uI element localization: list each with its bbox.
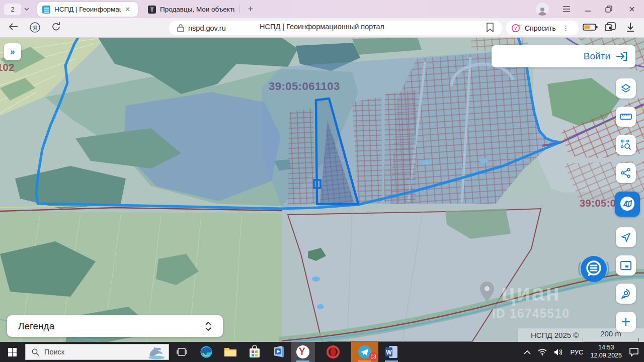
object-card-icon	[618, 195, 637, 214]
map-attribution: НСПД 2025 ©	[531, 331, 579, 339]
legend-toggle-icon[interactable]	[205, 321, 212, 331]
area-search-icon	[620, 139, 631, 150]
url-text: nspd.gov.ru	[188, 24, 226, 32]
profile-avatar[interactable]	[534, 2, 550, 16]
word-icon: W	[385, 345, 398, 358]
legend-panel[interactable]: Легенда	[7, 315, 223, 337]
folder-icon	[224, 346, 237, 357]
cadastral-quarter-label-partial: 39:05:0	[580, 198, 616, 209]
tray-clock[interactable]: 14:53 12.09.2025	[590, 344, 622, 359]
layers-icon	[620, 83, 631, 94]
tab-separator	[239, 5, 240, 13]
area-search-button[interactable]	[616, 135, 636, 155]
window-minimize-button[interactable]	[580, 2, 596, 16]
search-icon	[32, 348, 39, 356]
tab-counter[interactable]: 2	[4, 4, 21, 15]
battery-icon[interactable]	[583, 23, 598, 33]
page-title: НСПД | Геоинформационный портал	[221, 23, 423, 31]
login-label: Войти	[584, 51, 610, 62]
opera-icon	[327, 345, 340, 358]
plus-icon	[621, 317, 631, 327]
tab-sellers[interactable]: Т Продавцы, Мои объекты	[143, 2, 239, 17]
svg-text:Я: Я	[33, 25, 37, 31]
browser-menu-icon[interactable]	[558, 2, 575, 16]
tray-time: 14:53	[598, 344, 614, 351]
windows-logo-icon	[8, 348, 17, 356]
tray-date: 12.09.2025	[590, 352, 622, 359]
geolocation-icon	[621, 232, 631, 242]
cadastral-quarter-label: 39:05:061103	[269, 80, 340, 93]
movies-tv-icon	[272, 345, 285, 358]
share-button[interactable]	[616, 163, 636, 183]
scale-label: 200 m	[583, 329, 639, 338]
task-view-icon	[177, 347, 187, 357]
share-icon	[621, 168, 631, 178]
yandex-protect-icon[interactable]: Я	[29, 22, 41, 35]
tab-nspd[interactable]: НСПД | Геоинформаци ✕	[37, 2, 138, 17]
taskbar-edge[interactable]	[195, 342, 217, 362]
ask-kebab-icon[interactable]: ⋮	[562, 24, 570, 32]
layers-button[interactable]	[616, 78, 636, 99]
tab-panel-icon[interactable]	[605, 22, 616, 34]
tab-title: НСПД | Геоинформаци	[54, 6, 121, 13]
scale-line	[583, 338, 639, 341]
nspd-favicon	[42, 6, 50, 14]
new-tab-button[interactable]: +	[245, 3, 257, 15]
bookmark-icon[interactable]	[486, 23, 494, 34]
ruler-button[interactable]	[616, 107, 636, 127]
edge-icon	[200, 345, 213, 358]
ask-chat-icon: ?	[511, 23, 521, 33]
cadastral-quarter-label-partial: 102	[0, 62, 15, 73]
language-indicator[interactable]: РУС	[570, 348, 583, 356]
tray-expand-icon[interactable]	[524, 350, 531, 354]
taskbar-store[interactable]	[244, 342, 266, 362]
geolocation-button[interactable]	[616, 227, 636, 247]
taskbar-search-input[interactable]: Поиск	[25, 344, 169, 360]
windows-taskbar: Поиск 13 W РУС	[0, 342, 644, 362]
map-viewport[interactable]: 39:05:061103 39:05:0 102 » Войти циан ID…	[0, 38, 644, 342]
login-icon	[615, 51, 627, 61]
svg-text:W: W	[386, 349, 392, 356]
tab-close-icon[interactable]: ✕	[125, 6, 130, 13]
yandex-browser-icon	[296, 345, 310, 359]
taskbar-movies[interactable]	[268, 342, 290, 362]
taskbar-explorer[interactable]	[219, 342, 242, 362]
downloads-icon[interactable]	[626, 22, 635, 34]
taskbar-telegram-active[interactable]: 13	[351, 342, 378, 362]
wifi-icon[interactable]	[538, 348, 547, 355]
back-icon[interactable]	[8, 23, 18, 33]
ask-label: Спросить	[525, 24, 556, 32]
sellers-favicon: Т	[148, 6, 156, 14]
browser-tab-strip: 2 НСПД | Геоинформаци ✕ Т Продавцы, Мои …	[0, 0, 644, 18]
tabs-dropdown-icon[interactable]	[24, 6, 30, 12]
start-button[interactable]	[0, 342, 24, 362]
task-view-button[interactable]	[172, 342, 191, 362]
search-placeholder: Поиск	[44, 348, 141, 356]
svg-text:?: ?	[514, 25, 517, 31]
legend-label: Легенда	[18, 321, 54, 332]
taskbar-yandex-browser-active[interactable]	[291, 342, 315, 362]
store-icon	[249, 345, 261, 358]
notification-badge: 13	[369, 352, 377, 360]
dolphin-image	[146, 344, 167, 359]
scale-bar: 200 m	[583, 329, 639, 341]
lock-icon	[177, 24, 184, 32]
refresh-icon[interactable]	[51, 22, 61, 34]
taskbar-opera[interactable]	[322, 342, 344, 362]
search-location-icon	[620, 288, 631, 299]
taskbar-word[interactable]: W	[380, 342, 403, 362]
ask-button[interactable]: ? Спросить ⋮	[506, 21, 579, 35]
mini-map-icon	[620, 261, 631, 270]
tab-title: Продавцы, Мои объекты	[160, 6, 234, 13]
volume-icon[interactable]	[554, 348, 563, 356]
window-restore-button[interactable]	[601, 2, 617, 16]
search-location-button[interactable]	[616, 284, 636, 304]
object-card-button-active[interactable]	[615, 192, 640, 217]
chat-button[interactable]	[577, 252, 611, 286]
window-close-button[interactable]: ✕	[624, 2, 640, 16]
sidebar-expand-button[interactable]: »	[4, 43, 21, 60]
ruler-icon	[620, 113, 632, 121]
mini-map-button[interactable]	[616, 255, 636, 276]
action-center-icon[interactable]	[629, 347, 639, 356]
login-button[interactable]: Войти	[492, 45, 635, 67]
